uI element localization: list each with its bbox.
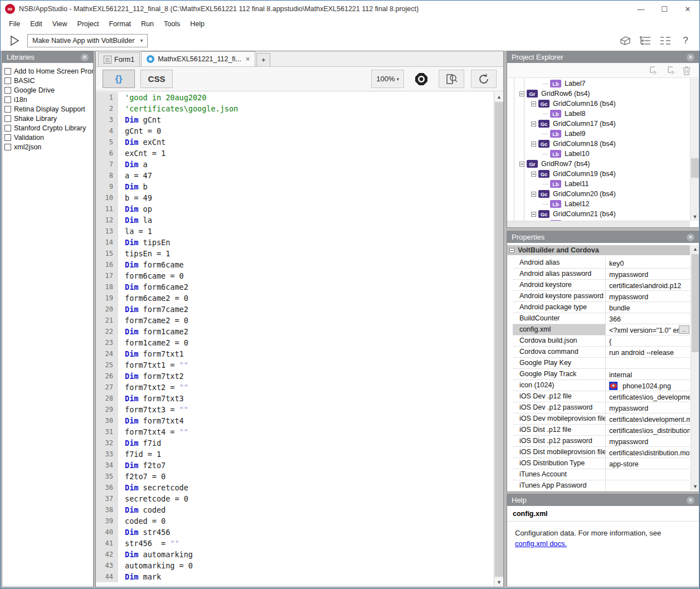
property-row[interactable]: Android keystore passwordmypassword — [513, 291, 690, 302]
code-line[interactable]: 1'good in 20aug2020 — [96, 92, 494, 103]
property-row[interactable]: iOS Dist mobileprovision filecertificate… — [513, 447, 690, 458]
minimize-button[interactable]: — — [629, 1, 653, 17]
preview-button[interactable] — [439, 70, 464, 88]
tree-item-gridcolumn18[interactable]: GcGridColumn18 (bs4) — [507, 139, 690, 149]
property-row[interactable]: Android keystorecertificates\android.p12 — [513, 280, 690, 291]
property-row[interactable]: Cordova commandrun android --release — [513, 347, 690, 358]
library-checkbox[interactable] — [4, 125, 11, 132]
menu-item-run[interactable]: Run — [136, 18, 159, 30]
expander-minus-icon[interactable] — [531, 192, 536, 197]
tree-item-gridcolumn19[interactable]: GcGridColumn19 (bs4) — [507, 169, 690, 179]
delete-button[interactable] — [682, 66, 691, 75]
code-line[interactable]: 16Dim form6came — [96, 259, 494, 270]
code-line[interactable]: 23form1came2 = 0 — [96, 337, 494, 348]
menu-item-tools[interactable]: Tools — [159, 18, 185, 30]
code-line[interactable]: 25form7txt1 = "" — [96, 359, 494, 371]
library-checkbox[interactable] — [4, 96, 11, 103]
move-down-button[interactable] — [665, 66, 675, 75]
property-row[interactable]: Google Play Trackinternal — [513, 369, 690, 380]
code-line[interactable]: 42Dim automarking — [96, 549, 494, 560]
ellipsis-editor-button[interactable]: ... — [679, 325, 689, 334]
library-checkbox[interactable] — [4, 87, 11, 94]
close-button[interactable]: ✕ — [676, 1, 699, 17]
tree-item-gridrow6[interactable]: GrGridRow6 (bs4) — [507, 89, 690, 99]
project-explorer-close-icon[interactable]: ✕ — [687, 53, 694, 61]
new-tab-button[interactable]: + — [256, 53, 270, 66]
scrollbar-thumb[interactable] — [495, 102, 503, 577]
code-line[interactable]: 28Dim form7txt3 — [96, 393, 494, 404]
scroll-up-icon[interactable]: ▲ — [494, 92, 503, 101]
property-row[interactable]: iOS Dist .p12 filecertificates\ios_distr… — [513, 425, 690, 436]
tree-scrollbar[interactable]: ▼ — [690, 79, 699, 221]
code-line[interactable]: 8a = 47 — [96, 170, 494, 181]
property-row[interactable]: Android package typebundle — [513, 302, 690, 313]
tab-code-active[interactable]: MathxEXL561221_112_fi... × — [141, 51, 255, 66]
menu-item-format[interactable]: Format — [104, 18, 136, 30]
menu-item-view[interactable]: View — [47, 18, 72, 30]
code-line[interactable]: 29form7txt3 = "" — [96, 404, 494, 415]
library-item[interactable]: Shake Library — [4, 114, 93, 123]
design-view-button[interactable] — [617, 33, 634, 48]
library-checkbox[interactable] — [4, 115, 11, 122]
property-value[interactable]: app-store — [606, 458, 690, 469]
library-checkbox[interactable] — [4, 106, 11, 113]
code-line[interactable]: 6exCnt = 1 — [96, 148, 494, 159]
menu-item-file[interactable]: File — [4, 18, 25, 30]
project-explorer-toggle-button[interactable] — [637, 33, 654, 48]
code-line[interactable]: 41str456 = "" — [96, 538, 494, 549]
library-item[interactable]: Google Drive — [4, 85, 93, 95]
run-button[interactable] — [6, 33, 23, 48]
property-value[interactable]: phone1024.png — [606, 380, 690, 391]
menu-item-project[interactable]: Project — [72, 18, 104, 30]
property-value[interactable]: mypassword — [606, 402, 690, 413]
move-up-button[interactable] — [649, 66, 659, 75]
library-checkbox[interactable] — [4, 68, 11, 75]
code-line[interactable]: 2'certificates\google.json — [96, 103, 494, 114]
expander-minus-icon[interactable] — [531, 212, 536, 217]
library-item[interactable]: Add to Home Screen Prom — [4, 66, 93, 76]
tree-item-label12[interactable]: LbLabel12 — [507, 199, 690, 209]
tree-item-label11[interactable]: LbLabel11 — [507, 179, 690, 189]
property-row[interactable]: Android aliaskey0 — [513, 257, 690, 269]
code-line[interactable]: 38Dim coded — [96, 504, 494, 515]
tree-item-gridcolumn20[interactable]: GcGridColumn20 (bs4) — [507, 189, 690, 199]
scroll-up-icon[interactable]: ▲ — [691, 245, 699, 253]
tab-close-icon[interactable]: × — [246, 55, 250, 63]
property-value[interactable]: mypassword — [606, 291, 690, 301]
code-line[interactable]: 17form6came = 0 — [96, 270, 494, 281]
code-line[interactable]: 36Dim secretcode — [96, 482, 494, 493]
code-line[interactable]: 35f2to7 = 0 — [96, 471, 494, 482]
property-value[interactable]: 366 — [606, 313, 690, 324]
property-row[interactable]: iTunes App Password — [513, 480, 690, 490]
property-value[interactable]: { — [606, 335, 690, 346]
expander-minus-icon[interactable] — [519, 162, 524, 167]
zoom-level-dropdown[interactable]: 100% ▾ — [371, 70, 404, 88]
code-line[interactable]: 20Dim form7came2 — [96, 304, 494, 315]
deploy-target-dropdown[interactable]: Make Native App with VoltBuilder ▾ — [27, 34, 148, 47]
code-line[interactable]: 37secretcode = 0 — [96, 493, 494, 504]
code-line[interactable]: 5Dim exCnt — [96, 137, 494, 148]
property-value[interactable] — [606, 358, 690, 368]
code-line[interactable]: 27form7txt2 = "" — [96, 382, 494, 393]
library-item[interactable]: Retina Display Support — [4, 104, 93, 114]
property-row[interactable]: iTunes Account — [513, 469, 690, 480]
property-value[interactable]: certificates\distribution.mob — [606, 447, 690, 457]
scroll-down-icon[interactable]: ▼ — [691, 213, 699, 221]
tab-form1[interactable]: Form1 — [98, 52, 140, 66]
code-line[interactable]: 31form7txt4 = "" — [96, 426, 494, 437]
library-checkbox[interactable] — [4, 134, 11, 141]
library-item[interactable]: Stanford Crypto Library — [4, 123, 93, 133]
expander-minus-icon[interactable] — [531, 121, 536, 126]
code-line[interactable]: 7Dim a — [96, 159, 494, 170]
code-line[interactable]: 30Dim form7txt4 — [96, 415, 494, 426]
property-row[interactable]: iOS Dev .p12 passwordmypassword — [513, 402, 690, 413]
property-row[interactable]: icon (1024)phone1024.png — [513, 380, 690, 391]
code-line[interactable]: 33f7id = 1 — [96, 449, 494, 460]
property-row[interactable]: iOS Dev mobileprovision filecertificates… — [513, 413, 690, 425]
tree-item-label7[interactable]: LbLabel7 — [507, 79, 690, 89]
property-value[interactable]: certificates\ios_development — [606, 391, 690, 402]
property-row[interactable]: iOS Dev .p12 filecertificates\ios_develo… — [513, 391, 690, 402]
properties-section-header[interactable]: VoltBuilder and Cordova — [507, 245, 690, 255]
tree-item-gridcolumn16[interactable]: GcGridColumn16 (bs4) — [507, 99, 690, 109]
code-line[interactable]: 11Dim op — [96, 203, 494, 215]
